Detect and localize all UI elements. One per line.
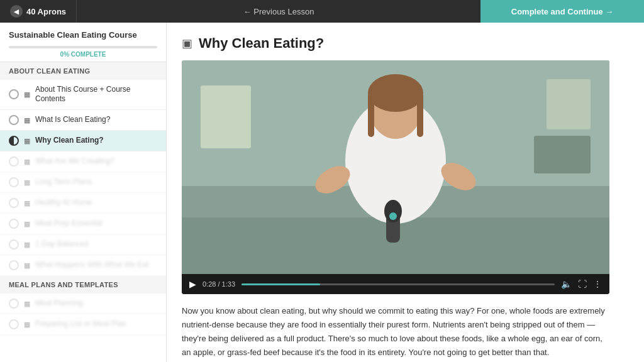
svg-point-15 <box>389 212 397 220</box>
lesson-title-row: ▣ Why Clean Eating? <box>182 35 629 52</box>
lesson-item-3[interactable]: ▦ Why Clean Eating? <box>0 131 166 151</box>
video-controls: ▶ 0:28 / 1:33 🔈 ⛶ ⋮ <box>182 274 609 294</box>
sidebar: Sustainable Clean Eating Course 0% COMPL… <box>0 23 167 362</box>
video-progress-played <box>242 283 319 285</box>
complete-continue-label: Complete and Continue → <box>511 7 614 16</box>
video-thumbnail <box>182 60 609 274</box>
lesson-item-11: ▦ Preparing List or Meal Plan <box>0 314 166 335</box>
lesson-name-4: What Are We Creating? <box>35 156 157 167</box>
lesson-title-icon: ▣ <box>182 36 192 50</box>
svg-rect-4 <box>534 136 591 173</box>
lesson-circle-1 <box>9 89 19 99</box>
lesson-doc-icon-5: ▦ <box>24 178 30 187</box>
logo-area[interactable]: ◀ 40 Aprons <box>0 0 77 23</box>
lesson-name-7: Meal Prep Essential <box>35 219 157 229</box>
content-area: ▣ Why Clean Eating? <box>167 23 644 362</box>
lesson-title: Why Clean Eating? <box>199 35 324 52</box>
lesson-name-10: Meal Planning <box>35 299 157 309</box>
lesson-circle-2 <box>9 115 19 125</box>
lesson-doc-icon-6: ▦ <box>24 199 30 207</box>
back-icon[interactable]: ◀ <box>10 5 23 18</box>
play-button[interactable]: ▶ <box>189 279 196 289</box>
progress-label: 0% COMPLETE <box>9 51 157 58</box>
lesson-name-8: 1 Day Balanced <box>35 239 157 250</box>
video-progress-track[interactable] <box>242 283 555 285</box>
lesson-circle-10 <box>9 299 19 309</box>
more-options-icon[interactable]: ⋮ <box>593 279 602 289</box>
lesson-doc-icon-2: ▦ <box>24 116 30 124</box>
section-header-about: About Clean Eating <box>0 62 166 80</box>
logo-text: 40 Aprons <box>26 7 66 16</box>
lesson-doc-icon-4: ▦ <box>24 158 30 166</box>
lesson-item-8: ▦ 1 Day Balanced <box>0 234 166 255</box>
time-display: 0:28 / 1:33 <box>203 280 235 288</box>
lesson-circle-5 <box>9 177 19 187</box>
complete-continue-button[interactable]: Complete and Continue → <box>480 0 644 23</box>
lesson-doc-icon-11: ▦ <box>24 321 30 329</box>
svg-rect-3 <box>547 79 591 129</box>
progress-bar-background <box>9 46 157 48</box>
lesson-name-11: Preparing List or Meal Plan <box>35 319 157 329</box>
svg-rect-2 <box>201 85 251 148</box>
main-layout: Sustainable Clean Eating Course 0% COMPL… <box>0 23 644 362</box>
course-title: Sustainable Clean Eating Course <box>9 30 157 41</box>
svg-point-8 <box>368 74 423 112</box>
volume-icon[interactable]: 🔈 <box>561 279 572 289</box>
svg-rect-9 <box>368 93 374 137</box>
prev-lesson-button[interactable]: ← Previous Lesson <box>77 7 480 16</box>
lesson-circle-4 <box>9 156 19 167</box>
lesson-doc-icon-8: ▦ <box>24 241 30 249</box>
lesson-item-10: ▦ Meal Planning <box>0 293 166 314</box>
svg-rect-10 <box>417 93 423 137</box>
lesson-item-4: ▦ What Are We Creating? <box>0 151 166 172</box>
fullscreen-icon[interactable]: ⛶ <box>578 279 587 289</box>
lesson-doc-icon-1: ▦ <box>24 90 30 99</box>
lesson-name-6: Healthy At Home <box>35 198 157 208</box>
lesson-name-1: About This Course + Course Contents <box>35 85 157 104</box>
lesson-description: Now you know about clean eating, but why… <box>182 304 609 359</box>
lesson-circle-9 <box>9 260 19 270</box>
section-header-meal-plans: Meal Plans and Templates <box>0 276 166 293</box>
current-time: 0:28 <box>203 280 216 288</box>
lesson-item-2[interactable]: ▦ What Is Clean Eating? <box>0 110 166 131</box>
lesson-name-9: What Happens With What We Eat <box>35 260 157 270</box>
lesson-item-1[interactable]: ▦ About This Course + Course Contents <box>0 80 166 110</box>
sidebar-header: Sustainable Clean Eating Course 0% COMPL… <box>0 23 166 62</box>
lesson-circle-7 <box>9 219 19 229</box>
lesson-doc-icon-9: ▦ <box>24 261 30 270</box>
lesson-doc-icon-10: ▦ <box>24 300 30 308</box>
prev-lesson-label: ← Previous Lesson <box>243 7 314 16</box>
lesson-item-7: ▦ Meal Prep Essential <box>0 214 166 234</box>
lesson-item-9: ▦ What Happens With What We Eat <box>0 255 166 276</box>
lesson-doc-icon-7: ▦ <box>24 220 30 228</box>
lesson-doc-icon-3: ▦ <box>24 137 30 145</box>
lesson-circle-6 <box>9 198 19 208</box>
video-player[interactable]: ▶ 0:28 / 1:33 🔈 ⛶ ⋮ <box>182 60 609 294</box>
video-person-svg <box>182 60 609 274</box>
lesson-circle-8 <box>9 239 19 250</box>
lesson-item-6: ▦ Healthy At Home <box>0 193 166 214</box>
lesson-circle-11 <box>9 319 19 329</box>
lesson-name-5: Long Term Plans <box>35 177 157 187</box>
lesson-circle-3 <box>9 136 19 146</box>
lesson-item-5: ▦ Long Term Plans <box>0 172 166 193</box>
lesson-name-2: What Is Clean Eating? <box>35 115 157 125</box>
lesson-name-3: Why Clean Eating? <box>35 136 157 146</box>
video-control-icons: 🔈 ⛶ ⋮ <box>561 279 602 289</box>
top-nav: ◀ 40 Aprons ← Previous Lesson Complete a… <box>0 0 644 23</box>
total-time: 1:33 <box>222 280 235 288</box>
